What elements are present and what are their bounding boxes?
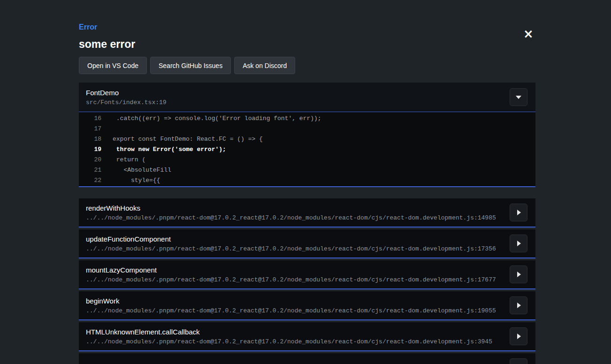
frame-source-location: ../../node_modules/.pnpm/react-dom@17.0.… bbox=[86, 307, 496, 314]
expand-frame-button[interactable] bbox=[510, 235, 527, 252]
line-text: throw new Error('some error'); bbox=[101, 144, 226, 155]
triangle-right-icon bbox=[517, 303, 521, 308]
line-text: style={{ bbox=[101, 175, 160, 186]
line-number: 18 bbox=[79, 134, 101, 144]
line-number: 21 bbox=[79, 165, 101, 175]
line-text: return ( bbox=[101, 155, 145, 165]
stack-frame-info: renderWithHooks../../node_modules/.pnpm/… bbox=[86, 204, 496, 221]
code-snippet: 16 .catch((err) => console.log('Error lo… bbox=[79, 112, 535, 186]
line-text bbox=[101, 124, 113, 134]
expand-frame-button[interactable] bbox=[510, 204, 527, 221]
error-message-title: some error bbox=[79, 38, 535, 51]
line-text: <AbsoluteFill bbox=[101, 165, 171, 175]
frame-function-name: renderWithHooks bbox=[86, 204, 496, 212]
stack-frame-info: mountLazyComponent../../node_modules/.pn… bbox=[86, 266, 496, 283]
frame-function-name: mountLazyComponent bbox=[86, 266, 496, 274]
frame-function-name: beginWork bbox=[86, 297, 496, 305]
code-line: 19 throw new Error('some error'); bbox=[79, 144, 535, 155]
chevron-down-icon bbox=[516, 96, 521, 99]
line-number: 16 bbox=[79, 114, 101, 124]
frame-function-name: FontDemo bbox=[86, 89, 167, 97]
stack-frame: HTMLUnknownElement.callCallback../../nod… bbox=[79, 322, 535, 351]
triangle-right-icon bbox=[517, 210, 521, 215]
stack-frame-info: beginWork../../node_modules/.pnpm/react-… bbox=[86, 297, 496, 314]
source-frame-header: FontDemo src/Fonts/index.tsx:19 bbox=[79, 83, 535, 112]
expand-frame-button[interactable] bbox=[510, 358, 527, 364]
frame-source-location: ../../node_modules/.pnpm/react-dom@17.0.… bbox=[86, 338, 492, 345]
line-number: 20 bbox=[79, 155, 101, 165]
source-frame-card: FontDemo src/Fonts/index.tsx:19 16 .catc… bbox=[79, 83, 535, 187]
error-overlay: Error some error Open in VS Code Search … bbox=[79, 23, 535, 364]
stack-frame-info: updateFunctionComponent../../node_module… bbox=[86, 235, 496, 252]
expand-frame-button[interactable] bbox=[510, 265, 527, 283]
frame-function-name: HTMLUnknownElement.callCallback bbox=[86, 328, 492, 336]
action-buttons-row: Open in VS Code Search GitHub Issues Ask… bbox=[79, 57, 535, 74]
expand-frame-button[interactable] bbox=[510, 296, 527, 314]
stack-frame-info: HTMLUnknownElement.callCallback../../nod… bbox=[86, 328, 492, 345]
frame-source-location: ../../node_modules/.pnpm/react-dom@17.0.… bbox=[86, 214, 496, 221]
code-line: 20 return ( bbox=[79, 155, 535, 165]
stack-frame: beginWork../../node_modules/.pnpm/react-… bbox=[79, 291, 535, 320]
source-frame-info: FontDemo src/Fonts/index.tsx:19 bbox=[86, 89, 167, 106]
stack-frame: renderWithHooks../../node_modules/.pnpm/… bbox=[79, 198, 535, 228]
open-in-vscode-button[interactable]: Open in VS Code bbox=[79, 57, 147, 74]
frame-function-name: updateFunctionComponent bbox=[86, 235, 496, 243]
code-line: 16 .catch((err) => console.log('Error lo… bbox=[79, 114, 535, 124]
triangle-right-icon bbox=[517, 272, 521, 277]
ask-on-discord-button[interactable]: Ask on Discord bbox=[234, 57, 295, 74]
search-github-issues-button[interactable]: Search GitHub Issues bbox=[150, 57, 231, 74]
stack-frames-list: renderWithHooks../../node_modules/.pnpm/… bbox=[79, 198, 535, 364]
stack-frame: mountLazyComponent../../node_modules/.pn… bbox=[79, 260, 535, 289]
error-kicker-label: Error bbox=[79, 23, 535, 31]
line-number: 17 bbox=[79, 124, 101, 134]
frame-source-location: ../../node_modules/.pnpm/react-dom@17.0.… bbox=[86, 245, 496, 252]
collapse-snippet-button[interactable] bbox=[510, 88, 527, 106]
code-line: 22 style={{ bbox=[79, 175, 535, 186]
triangle-right-icon bbox=[517, 334, 521, 339]
triangle-right-icon bbox=[517, 241, 521, 246]
frame-source-location: ../../node_modules/.pnpm/react-dom@17.0.… bbox=[86, 276, 496, 283]
code-line: 17 bbox=[79, 124, 535, 134]
stack-frame bbox=[79, 353, 535, 364]
code-line: 21 <AbsoluteFill bbox=[79, 165, 535, 175]
frame-source-location: src/Fonts/index.tsx:19 bbox=[86, 99, 167, 106]
line-number: 22 bbox=[79, 175, 101, 186]
expand-frame-button[interactable] bbox=[510, 327, 527, 345]
stack-frame: updateFunctionComponent../../node_module… bbox=[79, 229, 535, 258]
line-text: .catch((err) => console.log('Error loadi… bbox=[101, 114, 321, 124]
line-text: export const FontDemo: React.FC = () => … bbox=[101, 134, 263, 144]
line-number: 19 bbox=[79, 144, 101, 155]
code-line: 18export const FontDemo: React.FC = () =… bbox=[79, 134, 535, 144]
